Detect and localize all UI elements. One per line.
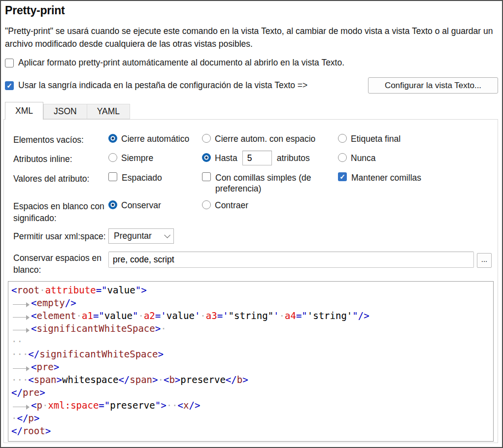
- checkbox-comillas-simples[interactable]: Con comillas simples (de preferencia): [202, 172, 338, 194]
- xml-space-dropdown[interactable]: Preguntar: [108, 228, 174, 244]
- code-line: <pre>: [11, 360, 490, 373]
- tab-whitespace-mark: [11, 325, 31, 332]
- radio-contraer[interactable]: Contraer: [202, 200, 338, 211]
- empty-elements-label: Elementos vacíos:: [13, 133, 108, 146]
- code-token: ·: [11, 413, 17, 423]
- tab-xml[interactable]: XML: [5, 102, 43, 120]
- code-token: x: [183, 400, 189, 411]
- code-preview[interactable]: <root·attribute="value"><empty/><element…: [8, 281, 494, 442]
- radio-icon[interactable]: [202, 153, 211, 162]
- code-token: b: [169, 374, 174, 385]
- code-token: whitespace: [62, 374, 118, 385]
- code-token: significantWhiteSpace: [39, 349, 158, 359]
- code-token: </: [17, 413, 28, 423]
- code-token: <: [31, 361, 36, 372]
- radio-icon[interactable]: [108, 200, 117, 209]
- radio-icon[interactable]: [202, 200, 211, 209]
- radio-cierre-automatico[interactable]: Cierre automático: [108, 133, 202, 144]
- code-token: 'string': [307, 310, 353, 321]
- preserve-whitespace-label: Conservar espacios en blanco:: [13, 252, 108, 276]
- checkbox-espaciado[interactable]: Espaciado: [108, 172, 202, 183]
- radio-cierre-con-espacio[interactable]: Cierre autom. con espacio: [202, 133, 338, 144]
- xml-space-selected-value: Preguntar: [114, 231, 152, 241]
- code-token: a3: [206, 310, 217, 321]
- code-token: ">: [155, 400, 167, 411]
- code-token: empty: [36, 297, 65, 308]
- checkbox-icon[interactable]: [202, 172, 211, 181]
- code-token: =": [93, 310, 104, 321]
- code-token: value: [104, 310, 133, 321]
- chevron-down-icon: [164, 232, 170, 238]
- code-token: ": [133, 310, 138, 321]
- radio-icon[interactable]: [338, 153, 347, 162]
- code-token: ···: [11, 349, 28, 359]
- radio-icon[interactable]: [202, 134, 211, 143]
- code-token: <: [31, 323, 36, 334]
- code-token: ': [195, 310, 200, 321]
- code-token: root: [17, 285, 39, 295]
- pretty-print-dialog: Pretty-print "Pretty-print" se usará cua…: [0, 0, 503, 448]
- atributos-suffix: atributos: [277, 153, 310, 163]
- radio-etiqueta-final[interactable]: Etiqueta final: [338, 133, 498, 144]
- checkbox-mantener-comillas[interactable]: Mantener comillas: [338, 172, 498, 183]
- code-token: >: [155, 323, 161, 334]
- code-token: >: [152, 374, 158, 385]
- radio-nunca[interactable]: Nunca: [338, 153, 498, 163]
- radio-hasta[interactable]: Hasta atributos: [202, 153, 338, 165]
- code-line: </pre>: [11, 386, 490, 399]
- code-token: significantWhiteSpace: [36, 323, 155, 334]
- checkbox-icon[interactable]: [338, 172, 347, 181]
- code-token: =": [99, 400, 110, 411]
- max-attributes-input[interactable]: [242, 151, 272, 165]
- code-line: ·</p>: [11, 412, 490, 424]
- code-line: <empty/>: [11, 296, 490, 309]
- auto-format-checkbox[interactable]: [5, 59, 14, 67]
- code-line: <root·attribute="value">: [11, 284, 490, 296]
- code-token: ··: [167, 400, 178, 411]
- browse-button[interactable]: ...: [477, 253, 492, 268]
- tab-whitespace-mark: [11, 363, 31, 370]
- code-token: value: [167, 310, 195, 321]
- code-token: b: [237, 374, 242, 385]
- radio-icon[interactable]: [338, 134, 347, 143]
- code-token: pre: [36, 361, 53, 372]
- use-indent-checkbox[interactable]: [5, 81, 14, 90]
- code-line: ···</significantWhiteSpace>: [11, 348, 490, 360]
- code-token: ">: [135, 285, 147, 295]
- checkbox-icon[interactable]: [108, 172, 117, 181]
- code-token: ·: [42, 400, 48, 411]
- xml-settings-panel: Elementos vacíos: Cierre automático Cier…: [3, 119, 498, 443]
- significant-whitespace-row: Espacios en blanco con significado: Cons…: [4, 200, 498, 224]
- code-token: >: [158, 349, 163, 359]
- radio-icon[interactable]: [108, 134, 117, 143]
- tab-yaml[interactable]: YAML: [87, 104, 130, 119]
- code-token: ···: [11, 374, 28, 385]
- configure-text-view-button[interactable]: Configurar la vista Texto...: [368, 77, 498, 94]
- code-token: attribute: [45, 285, 96, 295]
- code-token: </: [11, 425, 23, 436]
- code-token: ·: [279, 310, 285, 321]
- code-line: ···<span>whitespace</span>·<b>preserve</…: [11, 373, 490, 386]
- code-token: ·: [158, 374, 164, 385]
- radio-icon[interactable]: [108, 153, 117, 162]
- code-token: <: [31, 297, 36, 308]
- code-token: >: [39, 387, 45, 398]
- attribute-values-row: Valores del atributo: Espaciado Con comi…: [4, 172, 498, 194]
- radio-conservar[interactable]: Conservar: [108, 200, 202, 211]
- code-token: <: [164, 374, 169, 385]
- code-token: ·: [161, 323, 166, 334]
- code-token: />: [189, 400, 200, 411]
- tab-json[interactable]: JSON: [43, 104, 87, 119]
- code-token: pre: [23, 387, 39, 398]
- code-token: a4: [285, 310, 296, 321]
- preserve-whitespace-input[interactable]: [108, 252, 474, 268]
- code-token: ·: [138, 310, 143, 321]
- code-token: =': [217, 310, 229, 321]
- attribute-values-label: Valores del atributo:: [13, 172, 108, 185]
- radio-siempre[interactable]: Siempre: [108, 153, 202, 163]
- significant-whitespace-label: Espacios en blanco con significado:: [13, 200, 108, 224]
- xml-space-row: Permitir usar xml:space: Preguntar: [4, 230, 498, 244]
- code-token: =": [96, 285, 107, 295]
- code-line: <element·a1="value"·a2='value'·a3='"stri…: [11, 309, 490, 322]
- code-token: </: [226, 374, 237, 385]
